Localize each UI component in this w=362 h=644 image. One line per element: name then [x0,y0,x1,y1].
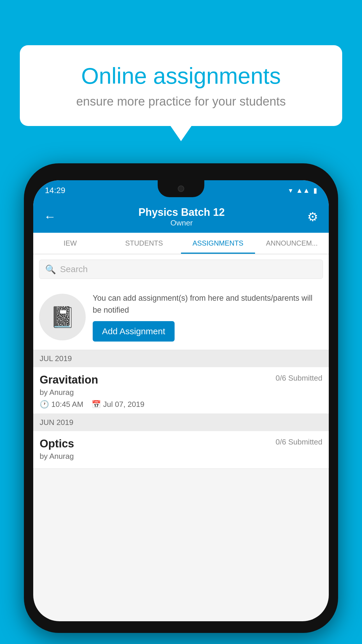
assignment-optics[interactable]: Optics 0/6 Submitted by Anurag [33,431,329,469]
front-camera [178,186,184,192]
empty-state-description: You can add assignment(s) from here and … [93,292,323,316]
assignment-gravitation-author: by Anurag [40,388,322,397]
header-title-group: Physics Batch 12 Owner [138,206,225,228]
tab-announcements[interactable]: ANNOUNCEM... [255,233,329,254]
add-assignment-button[interactable]: Add Assignment [93,321,175,342]
assignment-optics-top: Optics 0/6 Submitted [40,438,322,450]
assignment-gravitation-meta: 🕐 10:45 AM 📅 Jul 07, 2019 [40,400,322,409]
tab-students[interactable]: STUDENTS [107,233,181,254]
assignment-gravitation-date-value: Jul 07, 2019 [103,400,145,409]
status-time: 14:29 [45,186,65,195]
battery-icon: ▮ [313,186,317,195]
speech-bubble-subtitle: ensure more practice for your students [43,94,319,108]
tab-assignments-label: ASSIGNMENTS [192,239,243,247]
section-header-jul: JUL 2019 [33,350,329,367]
phone-notch [158,180,204,197]
assignment-optics-author: by Anurag [40,452,322,461]
assignment-optics-name: Optics [40,438,74,450]
tab-iew[interactable]: IEW [33,233,107,254]
assignment-gravitation-top: Gravitation 0/6 Submitted [40,374,322,386]
assignment-gravitation[interactable]: Gravitation 0/6 Submitted by Anurag 🕐 10… [33,367,329,414]
speech-bubble-container: Online assignments ensure more practice … [20,45,342,126]
section-month-jul: JUL 2019 [40,354,72,363]
clock-icon: 🕐 [40,400,49,409]
search-placeholder: Search [60,264,88,274]
header-subtitle: Owner [138,218,225,228]
phone-screen: 14:29 ▾ ▲▲ ▮ ← Physics Batch 12 Owner ⚙ … [33,180,329,621]
tab-announcements-label: ANNOUNCEM... [266,239,318,247]
speech-bubble-title: Online assignments [43,63,319,89]
tab-bar: IEW STUDENTS ASSIGNMENTS ANNOUNCEM... [33,233,329,254]
speech-bubble: Online assignments ensure more practice … [20,45,342,126]
header-title: Physics Batch 12 [138,206,225,218]
search-icon: 🔍 [45,264,56,274]
assignment-optics-submitted: 0/6 Submitted [276,438,322,447]
assignment-gravitation-name: Gravitation [40,374,98,386]
empty-state-text: You can add assignment(s) from here and … [93,292,323,342]
search-bar[interactable]: 🔍 Search [39,260,323,279]
settings-icon[interactable]: ⚙ [307,210,318,224]
assignment-gravitation-time-value: 10:45 AM [51,400,83,409]
back-button[interactable]: ← [44,210,56,224]
assignment-gravitation-time: 🕐 10:45 AM [40,400,83,409]
section-month-jun: JUN 2019 [40,418,73,427]
wifi-icon: ▾ [289,186,292,195]
tab-iew-label: IEW [64,239,77,247]
calendar-icon: 📅 [92,400,101,409]
phone-frame: 14:29 ▾ ▲▲ ▮ ← Physics Batch 12 Owner ⚙ … [24,163,338,633]
notebook-icon: 📓 [50,305,75,329]
app-header: ← Physics Batch 12 Owner ⚙ [33,201,329,233]
content-area: 🔍 Search 📓 You can add assignment(s) fro… [33,254,329,469]
status-icons: ▾ ▲▲ ▮ [289,186,317,195]
tab-students-label: STUDENTS [125,239,163,247]
section-header-jun: JUN 2019 [33,414,329,431]
assignment-gravitation-submitted: 0/6 Submitted [276,374,322,383]
empty-state: 📓 You can add assignment(s) from here an… [33,284,329,350]
empty-state-icon-circle: 📓 [39,294,86,340]
signal-icon: ▲▲ [296,186,310,195]
tab-assignments[interactable]: ASSIGNMENTS [181,233,255,254]
assignment-gravitation-date: 📅 Jul 07, 2019 [92,400,145,409]
